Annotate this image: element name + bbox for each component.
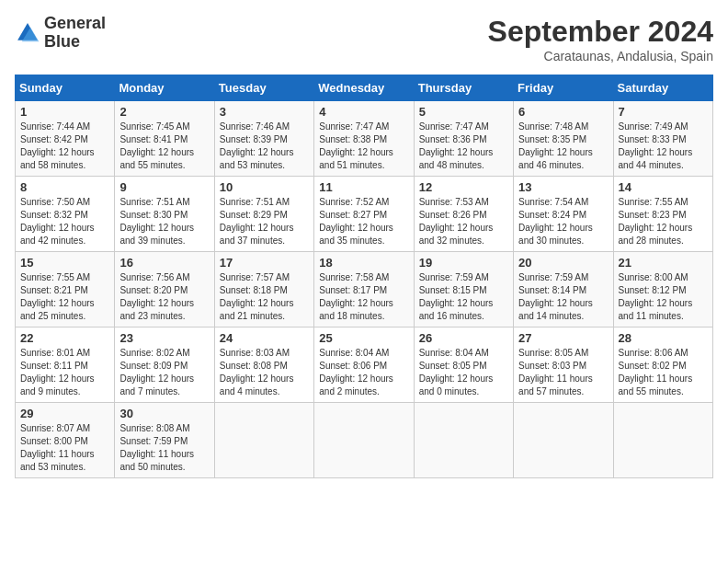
calendar-cell: 29 Sunrise: 8:07 AMSunset: 8:00 PMDaylig… [16,403,115,478]
page-header: General Blue September 2024 Carataunas, … [15,15,713,63]
calendar-cell: 15 Sunrise: 7:55 AMSunset: 8:21 PMDaylig… [16,252,115,327]
logo: General Blue [15,15,106,52]
calendar-cell: 19 Sunrise: 7:59 AMSunset: 8:15 PMDaylig… [414,252,513,327]
day-number: 3 [220,105,309,119]
logo-icon [15,20,40,46]
calendar-cell: 2 Sunrise: 7:45 AMSunset: 8:41 PMDayligh… [115,101,214,177]
weekday-header-sunday: Sunday [16,75,115,101]
calendar-cell: 20 Sunrise: 7:59 AMSunset: 8:14 PMDaylig… [514,252,613,327]
week-row-2: 8 Sunrise: 7:50 AMSunset: 8:32 PMDayligh… [16,177,713,252]
calendar-cell: 1 Sunrise: 7:44 AMSunset: 8:42 PMDayligh… [16,101,115,177]
day-number: 30 [119,407,209,420]
day-number: 23 [119,331,209,345]
calendar-cell: 9 Sunrise: 7:51 AMSunset: 8:30 PMDayligh… [115,177,214,252]
logo-line1: General [44,15,106,33]
day-number: 26 [419,331,508,345]
calendar-cell: 16 Sunrise: 7:56 AMSunset: 8:20 PMDaylig… [115,252,214,327]
calendar-cell [214,403,313,478]
week-row-3: 15 Sunrise: 7:55 AMSunset: 8:21 PMDaylig… [16,252,713,327]
weekday-header-row: SundayMondayTuesdayWednesdayThursdayFrid… [16,75,713,101]
day-info: Sunrise: 8:06 AMSunset: 8:02 PMDaylight:… [619,348,693,396]
day-number: 29 [20,407,109,420]
calendar-cell [613,403,712,478]
day-info: Sunrise: 7:47 AMSunset: 8:36 PMDaylight:… [419,121,494,170]
day-info: Sunrise: 7:53 AMSunset: 8:26 PMDaylight:… [419,197,494,246]
calendar-cell: 24 Sunrise: 8:03 AMSunset: 8:08 PMDaylig… [214,327,313,403]
calendar-cell [514,403,613,478]
day-number: 9 [119,180,209,194]
day-info: Sunrise: 7:51 AMSunset: 8:29 PMDaylight:… [220,197,294,246]
day-number: 6 [518,105,608,119]
calendar-table: SundayMondayTuesdayWednesdayThursdayFrid… [15,75,713,478]
title-block: September 2024 Carataunas, Andalusia, Sp… [488,15,713,63]
day-number: 4 [319,105,408,119]
week-row-4: 22 Sunrise: 8:01 AMSunset: 8:11 PMDaylig… [16,327,713,403]
day-number: 17 [220,256,309,270]
day-info: Sunrise: 8:07 AMSunset: 8:00 PMDaylight:… [20,423,95,472]
day-info: Sunrise: 7:49 AMSunset: 8:33 PMDaylight:… [619,121,693,170]
day-number: 18 [319,256,408,270]
day-info: Sunrise: 7:45 AMSunset: 8:41 PMDaylight:… [119,121,194,170]
day-number: 19 [419,256,508,270]
day-number: 21 [619,256,708,270]
week-row-5: 29 Sunrise: 8:07 AMSunset: 8:00 PMDaylig… [16,403,713,478]
calendar-cell [414,403,513,478]
weekday-header-tuesday: Tuesday [214,75,313,101]
day-info: Sunrise: 8:04 AMSunset: 8:05 PMDaylight:… [419,348,494,396]
day-number: 13 [518,180,608,194]
calendar-cell: 30 Sunrise: 8:08 AMSunset: 7:59 PMDaylig… [115,403,214,478]
day-number: 24 [220,331,309,345]
day-info: Sunrise: 7:52 AMSunset: 8:27 PMDaylight:… [319,197,393,246]
day-number: 20 [518,256,608,270]
calendar-cell: 22 Sunrise: 8:01 AMSunset: 8:11 PMDaylig… [16,327,115,403]
day-number: 22 [20,331,109,345]
weekday-header-saturday: Saturday [613,75,712,101]
day-number: 14 [619,180,708,194]
day-info: Sunrise: 7:57 AMSunset: 8:18 PMDaylight:… [220,272,294,321]
calendar-cell: 4 Sunrise: 7:47 AMSunset: 8:38 PMDayligh… [314,101,414,177]
logo-line2: Blue [44,33,106,52]
location: Carataunas, Andalusia, Spain [488,49,713,63]
day-number: 12 [419,180,508,194]
day-number: 10 [220,180,309,194]
day-info: Sunrise: 7:58 AMSunset: 8:17 PMDaylight:… [319,272,393,321]
day-info: Sunrise: 7:46 AMSunset: 8:39 PMDaylight:… [220,121,294,170]
calendar-cell: 17 Sunrise: 7:57 AMSunset: 8:18 PMDaylig… [214,252,313,327]
day-number: 25 [319,331,408,345]
calendar-cell: 6 Sunrise: 7:48 AMSunset: 8:35 PMDayligh… [514,101,613,177]
calendar-cell [314,403,414,478]
weekday-header-friday: Friday [514,75,613,101]
day-info: Sunrise: 7:54 AMSunset: 8:24 PMDaylight:… [518,197,593,246]
calendar-cell: 27 Sunrise: 8:05 AMSunset: 8:03 PMDaylig… [514,327,613,403]
day-number: 15 [20,256,109,270]
day-info: Sunrise: 7:50 AMSunset: 8:32 PMDaylight:… [20,197,95,246]
day-number: 16 [119,256,209,270]
month-title: September 2024 [488,15,713,49]
day-info: Sunrise: 8:08 AMSunset: 7:59 PMDaylight:… [119,423,194,472]
calendar-body: 1 Sunrise: 7:44 AMSunset: 8:42 PMDayligh… [16,101,713,478]
day-info: Sunrise: 7:48 AMSunset: 8:35 PMDaylight:… [518,121,593,170]
day-info: Sunrise: 8:04 AMSunset: 8:06 PMDaylight:… [319,348,393,396]
calendar-cell: 8 Sunrise: 7:50 AMSunset: 8:32 PMDayligh… [16,177,115,252]
day-info: Sunrise: 8:05 AMSunset: 8:03 PMDaylight:… [518,348,593,396]
day-info: Sunrise: 8:02 AMSunset: 8:09 PMDaylight:… [119,348,194,396]
day-info: Sunrise: 7:55 AMSunset: 8:23 PMDaylight:… [619,197,693,246]
day-info: Sunrise: 8:03 AMSunset: 8:08 PMDaylight:… [220,348,294,396]
day-number: 11 [319,180,408,194]
calendar-cell: 12 Sunrise: 7:53 AMSunset: 8:26 PMDaylig… [414,177,513,252]
day-number: 28 [619,331,708,345]
calendar-cell: 10 Sunrise: 7:51 AMSunset: 8:29 PMDaylig… [214,177,313,252]
calendar-cell: 23 Sunrise: 8:02 AMSunset: 8:09 PMDaylig… [115,327,214,403]
day-info: Sunrise: 8:00 AMSunset: 8:12 PMDaylight:… [619,272,693,321]
day-info: Sunrise: 7:59 AMSunset: 8:14 PMDaylight:… [518,272,593,321]
day-info: Sunrise: 7:55 AMSunset: 8:21 PMDaylight:… [20,272,95,321]
calendar-cell: 13 Sunrise: 7:54 AMSunset: 8:24 PMDaylig… [514,177,613,252]
day-info: Sunrise: 7:47 AMSunset: 8:38 PMDaylight:… [319,121,393,170]
day-info: Sunrise: 7:56 AMSunset: 8:20 PMDaylight:… [119,272,194,321]
calendar-cell: 14 Sunrise: 7:55 AMSunset: 8:23 PMDaylig… [613,177,712,252]
day-number: 1 [20,105,109,119]
calendar-cell: 3 Sunrise: 7:46 AMSunset: 8:39 PMDayligh… [214,101,313,177]
calendar-cell: 11 Sunrise: 7:52 AMSunset: 8:27 PMDaylig… [314,177,414,252]
calendar-cell: 25 Sunrise: 8:04 AMSunset: 8:06 PMDaylig… [314,327,414,403]
day-number: 2 [119,105,209,119]
